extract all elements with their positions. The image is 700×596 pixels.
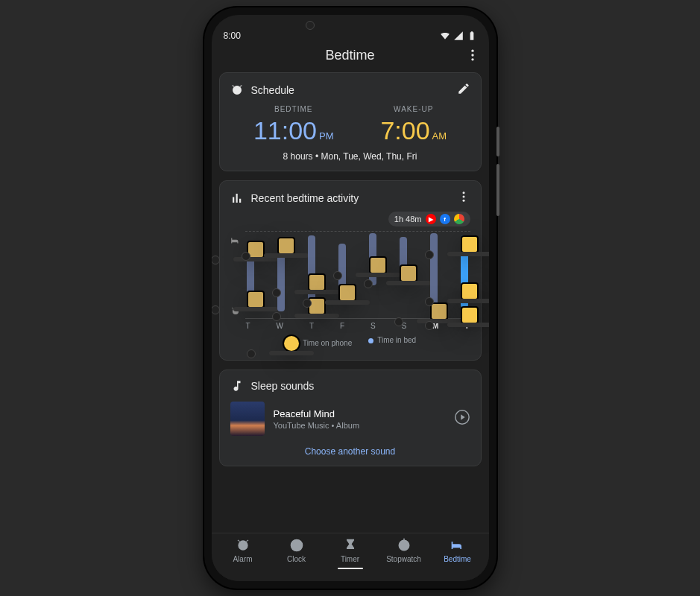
chip-duration: 1h 48m	[394, 215, 422, 224]
schedule-title: Schedule	[251, 84, 294, 96]
wakeup-ampm: AM	[432, 130, 447, 142]
bedtime-icon	[450, 538, 465, 553]
nav-timer[interactable]: Timer	[324, 538, 377, 563]
bar-chart-icon	[230, 191, 244, 205]
pencil-icon	[457, 82, 470, 95]
bottom-nav: AlarmClockTimerStopwatchBedtime	[212, 533, 489, 581]
activity-chart	[245, 231, 470, 319]
x-tick: S	[371, 322, 376, 330]
play-button[interactable]	[454, 409, 470, 428]
phone-side-button-1	[496, 127, 499, 156]
sounds-title: Sleep sounds	[251, 380, 315, 392]
page-title: Bedtime	[325, 48, 374, 63]
svg-point-3	[462, 191, 464, 194]
chart-bar	[247, 232, 254, 318]
activity-title: Recent bedtime activity	[251, 192, 359, 204]
bed-icon	[230, 235, 241, 246]
nav-clock[interactable]: Clock	[270, 538, 324, 563]
alarm-icon	[230, 83, 244, 97]
nav-label: Bedtime	[444, 555, 471, 563]
track-title: Peaceful Mind	[274, 408, 445, 419]
wakeup-value: 7:00	[380, 116, 429, 145]
legend-bed: Time in bed	[377, 336, 416, 344]
cell-icon	[453, 31, 464, 41]
header-more-button[interactable]	[465, 48, 480, 66]
nav-label: Timer	[341, 555, 359, 563]
music-note-icon	[230, 379, 244, 393]
bedtime-block[interactable]: BEDTIME 11:00 PM	[253, 105, 334, 145]
svg-point-0	[471, 50, 473, 52]
nav-label: Clock	[287, 555, 306, 563]
x-tick: W	[277, 322, 283, 330]
wakeup-label: WAKE-UP	[394, 105, 433, 113]
app-header: Bedtime	[212, 40, 489, 72]
clock-icon	[289, 538, 304, 553]
bedtime-value: 11:00	[253, 116, 317, 145]
svg-point-4	[462, 196, 464, 198]
activity-more-button[interactable]	[457, 190, 470, 206]
bedtime-ampm: PM	[319, 130, 334, 142]
edit-schedule-button[interactable]	[457, 82, 470, 98]
battery-icon	[467, 31, 477, 41]
more-vert-icon	[465, 48, 480, 63]
nav-bedtime[interactable]: Bedtime	[431, 538, 485, 563]
track-subtitle: YouTube Music • Album	[274, 421, 445, 430]
play-circle-icon	[454, 409, 470, 425]
choose-another-sound-link[interactable]: Choose another sound	[230, 446, 470, 457]
bedtime-label: BEDTIME	[274, 105, 312, 113]
x-tick: F	[340, 322, 344, 330]
sounds-card: Sleep sounds Peaceful Mind YouTube Music…	[219, 370, 482, 466]
chart-bar	[461, 232, 468, 318]
screen: 8:00 Bedtime Schedule	[212, 15, 489, 581]
wifi-icon	[440, 31, 450, 41]
x-tick: T	[246, 322, 250, 330]
status-bar: 8:00	[212, 15, 489, 40]
nav-label: Stopwatch	[386, 555, 421, 563]
x-tick: T	[309, 322, 314, 330]
content-scroll[interactable]: Schedule BEDTIME 11:00 PM	[212, 72, 489, 533]
nav-stopwatch[interactable]: Stopwatch	[377, 538, 431, 563]
youtube-icon: ▶	[426, 214, 436, 224]
phone-side-button-2	[496, 164, 499, 216]
svg-point-1	[471, 54, 473, 56]
chart-legend: Time on phone Time in bed	[230, 336, 470, 351]
schedule-subtitle: 8 hours • Mon, Tue, Wed, Thu, Fri	[230, 151, 470, 162]
chrome-icon	[454, 214, 464, 224]
activity-highlight-chip[interactable]: 1h 48m ▶ f	[388, 212, 470, 226]
facebook-icon: f	[440, 214, 450, 224]
nav-label: Alarm	[233, 555, 252, 563]
alarm-icon	[236, 538, 250, 553]
legend-phone: Time on phone	[303, 339, 352, 347]
chart-bar	[400, 232, 407, 318]
wakeup-block[interactable]: WAKE-UP 7:00 AM	[380, 105, 447, 145]
nav-alarm[interactable]: Alarm	[216, 538, 270, 563]
status-time: 8:00	[224, 31, 241, 41]
stopwatch-icon	[397, 538, 412, 553]
schedule-card: Schedule BEDTIME 11:00 PM	[219, 72, 482, 171]
album-art	[230, 402, 265, 436]
phone-frame: 8:00 Bedtime Schedule	[204, 7, 496, 589]
svg-point-5	[462, 200, 464, 202]
timer-icon	[343, 538, 358, 553]
chart-bar	[369, 232, 376, 318]
activity-card: Recent bedtime activity 1h 48m ▶ f	[219, 180, 482, 361]
status-icons	[440, 31, 477, 41]
chart-bar	[277, 232, 285, 318]
svg-point-2	[471, 58, 473, 60]
more-vert-icon	[457, 190, 470, 203]
